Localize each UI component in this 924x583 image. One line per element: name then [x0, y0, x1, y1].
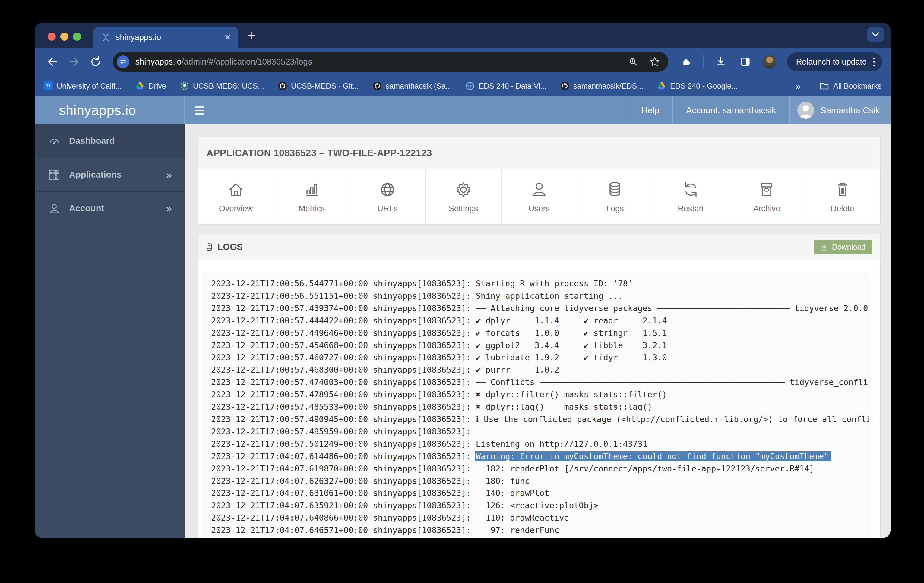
bookmarks-divider	[810, 80, 810, 92]
application-card: APPLICATION 10836523 – TWO-FILE-APP-1221…	[198, 137, 881, 224]
sidebar-item-account[interactable]: Account »	[35, 192, 185, 226]
maximize-window-button[interactable]	[73, 33, 81, 41]
toolbar-item-overview[interactable]: Overview	[198, 169, 274, 224]
user-name: Samantha Csik	[820, 105, 879, 115]
gear-icon	[454, 180, 473, 199]
browser-toolbar: shinyapps.io/admin/#/application/1083652…	[35, 48, 891, 75]
minimize-window-button[interactable]	[60, 33, 68, 41]
log-line: 2023-12-21T17:04:07.626327+00:00 shinyap…	[211, 475, 869, 487]
log-line: 2023-12-21T17:00:57.474003+00:00 shinyap…	[211, 376, 869, 389]
tab-title: shinyapps.io	[116, 33, 224, 42]
relaunch-label: Relaunch to update	[796, 57, 867, 67]
highlighted-log-message: Warning: Error in myCustomTheme: could n…	[475, 451, 831, 461]
url-bar[interactable]: shinyapps.io/admin/#/application/1083652…	[113, 52, 668, 72]
toolbar-item-restart[interactable]: Restart	[653, 169, 729, 224]
help-link[interactable]: Help	[627, 96, 673, 124]
bookmark-ucsb-meds-github[interactable]: UCSB-MEDS · Git...	[278, 81, 359, 91]
toolbar-item-urls[interactable]: URLs	[350, 169, 425, 224]
log-line: 2023-12-21T17:04:07.631061+00:00 shinyap…	[211, 487, 869, 499]
person-icon	[530, 180, 549, 199]
tab-strip: shinyapps.io ✕ +	[35, 23, 891, 48]
app-body: Dashboard Applications »	[35, 124, 891, 538]
log-line: 2023-12-21T17:00:57.444422+00:00 shinyap…	[211, 315, 869, 327]
zoom-icon[interactable]	[628, 56, 639, 67]
log-line: 2023-12-21T17:04:07.619870+00:00 shinyap…	[211, 463, 869, 475]
browser-tab[interactable]: shinyapps.io ✕	[94, 26, 238, 48]
database-icon	[205, 242, 214, 252]
toolbar-item-delete[interactable]: Delete	[805, 169, 880, 224]
relaunch-button[interactable]: Relaunch to update	[787, 53, 882, 71]
chevron-right-icon: »	[166, 203, 172, 214]
log-line: 2023-12-21T17:00:57.439374+00:00 shinyap…	[211, 302, 869, 315]
toolbar-item-users[interactable]: Users	[501, 169, 577, 224]
log-line: 2023-12-21T17:00:57.495959+00:00 shinyap…	[211, 426, 869, 438]
person-icon	[47, 202, 61, 215]
github-icon	[278, 81, 287, 91]
gauge-icon	[47, 135, 61, 148]
extensions-icon[interactable]	[681, 56, 692, 68]
bookmark-drive[interactable]: Drive	[135, 81, 166, 91]
chevron-right-icon: »	[166, 169, 172, 181]
toolbar-item-metrics[interactable]: Metrics	[274, 169, 349, 224]
log-line: 2023-12-21T17:04:07.646571+00:00 shinyap…	[211, 524, 869, 537]
log-output[interactable]: 2023-12-21T17:00:56.544771+00:00 shinyap…	[204, 273, 870, 538]
new-tab-button[interactable]: +	[243, 26, 261, 44]
account-label[interactable]: Account: samanthacsik	[673, 96, 789, 124]
app-logo[interactable]: shinyapps.io	[59, 102, 136, 118]
toolbar-item-settings[interactable]: Settings	[425, 169, 501, 224]
quarto-circle-icon	[465, 81, 475, 91]
site-settings-icon[interactable]	[117, 56, 129, 68]
download-label: Download	[832, 243, 866, 251]
bookmark-ucsb-meds[interactable]: UCSB MEDS: UCS...	[180, 81, 264, 91]
url-text: shinyapps.io/admin/#/application/1083652…	[135, 57, 312, 67]
sidebar-item-applications[interactable]: Applications »	[35, 158, 185, 192]
bookmarks-bar: 11 University of Calif... Drive UCSB MED…	[35, 75, 891, 96]
tab-search-button[interactable]	[867, 27, 884, 42]
bookmarks-overflow-icon[interactable]: »	[795, 81, 801, 92]
database-icon	[605, 180, 625, 199]
hamburger-menu-icon[interactable]	[195, 96, 205, 124]
browser-window: shinyapps.io ✕ +	[35, 23, 891, 538]
sidebar-item-dashboard[interactable]: Dashboard	[35, 124, 185, 158]
downloads-icon[interactable]	[715, 56, 727, 68]
log-line: 2023-12-21T17:00:57.449646+00:00 shinyap…	[211, 327, 869, 339]
tab-close-icon[interactable]: ✕	[224, 33, 231, 41]
download-logs-button[interactable]: Download	[813, 240, 873, 254]
all-bookmarks-button[interactable]: All Bookmarks	[819, 82, 881, 91]
toolbar-item-archive[interactable]: Archive	[729, 169, 804, 224]
main-content: APPLICATION 10836523 – TWO-FILE-APP-1221…	[185, 124, 891, 538]
log-line: 2023-12-21T17:00:57.468300+00:00 shinyap…	[211, 364, 869, 376]
browser-profile-avatar[interactable]	[763, 55, 776, 69]
toolbar-item-logs[interactable]: Logs	[577, 169, 653, 224]
bar-chart-icon	[302, 180, 322, 199]
log-line: 2023-12-21T17:00:56.551151+00:00 shinyap…	[211, 290, 869, 302]
user-menu[interactable]: Samantha Csik	[789, 96, 891, 124]
bookmark-star-icon[interactable]	[649, 56, 660, 68]
close-window-button[interactable]	[48, 33, 56, 41]
bookmark-university[interactable]: 11 University of Calif...	[44, 81, 122, 91]
logs-body: 2023-12-21T17:00:56.544771+00:00 shinyap…	[198, 260, 880, 538]
bookmark-eds240-github[interactable]: samanthacsik/EDS...	[560, 81, 643, 91]
side-panel-icon[interactable]	[739, 56, 751, 68]
reload-button[interactable]	[88, 54, 103, 70]
trash-icon	[833, 180, 852, 199]
bookmark-eds240-drive[interactable]: EDS 240 - Google...	[657, 81, 738, 91]
log-line: 2023-12-21T17:00:57.485533+00:00 shinyap…	[211, 401, 869, 413]
bookmark-eds240-course[interactable]: EDS 240 - Data Vi...	[465, 81, 546, 91]
log-line: 2023-12-21T17:00:57.454668+00:00 shinyap…	[211, 339, 869, 352]
log-line: 2023-12-21T17:04:07.635921+00:00 shinyap…	[211, 499, 869, 512]
back-button[interactable]	[45, 54, 60, 70]
bookmark-samanthacsik-github[interactable]: samanthacsik (Sa...	[373, 81, 452, 91]
home-icon	[226, 180, 246, 199]
forward-button[interactable]	[67, 54, 82, 70]
toolbar-divider	[703, 56, 704, 68]
google-drive-icon	[135, 81, 144, 91]
folder-icon	[819, 82, 829, 90]
browser-menu-icon[interactable]	[872, 57, 876, 67]
grid-icon	[47, 168, 61, 181]
user-avatar-icon	[797, 102, 814, 119]
google-drive-icon	[657, 81, 666, 91]
log-line: 2023-12-21T17:00:56.544771+00:00 shinyap…	[211, 278, 869, 290]
application-title-row: APPLICATION 10836523 – TWO-FILE-APP-1221…	[198, 137, 880, 169]
url-path: /admin/#/application/10836523/logs	[182, 57, 312, 66]
